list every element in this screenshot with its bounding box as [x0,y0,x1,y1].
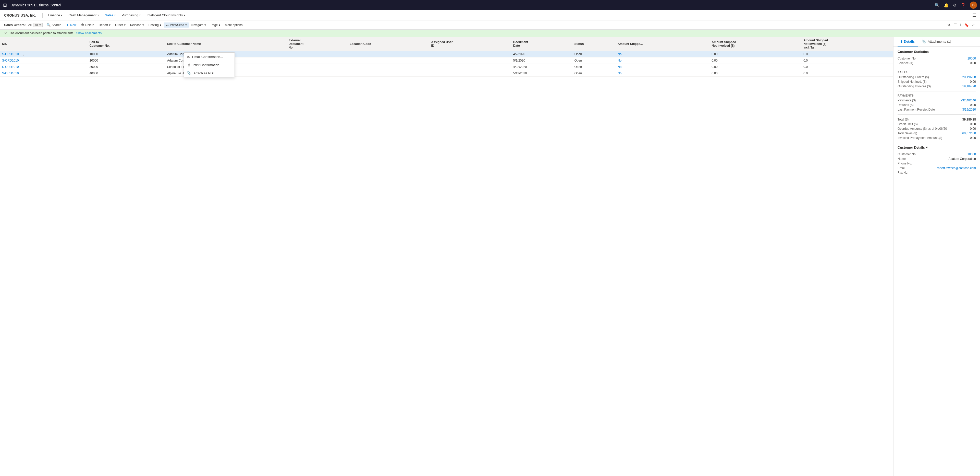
detail-cust-no-label: Customer No. [897,152,916,156]
row-context-menu-icon[interactable]: ⋮ [21,52,25,56]
table-cell[interactable]: S-ORD1010... [0,64,88,70]
col-doc-date[interactable]: DocumentDate [511,37,573,51]
nav-item-sales[interactable]: Sales ▾ [102,12,118,18]
last-payment-value[interactable]: 3/19/2020 [963,108,976,111]
col-amt-shipped-not-inv[interactable]: Amount ShippedNot Invoiced ($) [710,37,801,51]
chevron-down-icon: ▾ [115,14,116,17]
bell-icon[interactable]: 🔔 [944,3,949,8]
total-sales-value[interactable]: 60,672.80 [963,131,976,135]
nav-item-cash[interactable]: Cash Management ▾ [66,12,101,18]
print-icon: 🖨 [166,23,169,27]
help-icon[interactable]: ❓ [961,3,966,8]
page-button[interactable]: Page ▾ [208,22,222,27]
table-cell[interactable]: S-ORD1010... ⋮ [0,51,88,58]
settings-icon[interactable]: ⚙ [953,3,956,8]
posting-button[interactable]: Posting ▾ [146,22,163,27]
attach-as-pdf-item[interactable]: 📎 Attach as PDF... [184,69,234,77]
outstanding-orders-value[interactable]: 20,196.08 [963,75,976,79]
order-button[interactable]: Order ▾ [113,22,127,27]
page-label: Sales Orders: [4,23,26,27]
chevron-down-icon: ▾ [109,23,110,27]
stat-total: Total ($) 39,380.28 [897,117,976,122]
table-cell[interactable]: S-ORD1010... [0,70,88,77]
outstanding-invoices-value[interactable]: 19,184.20 [963,85,976,88]
nav-item-cloud[interactable]: Intelligent Cloud Insights ▾ [144,12,188,18]
search-icon[interactable]: 🔍 [935,3,940,8]
print-send-label: Print/Send [170,23,184,27]
detail-name-value: Adatum Corporation [948,157,976,161]
stat-cust-no-value[interactable]: 10000 [967,57,976,60]
detail-cust-no-value[interactable]: 10000 [967,152,976,156]
print-icon: 🖨 [187,63,191,67]
payments-value[interactable]: 232,482.46 [961,99,976,102]
customer-details-header[interactable]: Customer Details ▾ [897,145,976,149]
col-ext-doc[interactable]: ExternalDocumentNo. [286,37,348,51]
print-send-button[interactable]: 🖨 Print/Send ▾ [164,22,189,27]
total-value: 39,380.28 [963,118,976,121]
release-label: Release [130,23,142,27]
plus-icon: ＋ [66,23,69,27]
payments-section-title: PAYMENTS [897,94,976,97]
waffle-icon[interactable]: ⊞ [3,2,7,8]
shipped-not-inv-value: 0.00 [970,80,976,83]
table-row[interactable]: S-ORD1010...30000School of Fine Art4/22/… [0,64,893,70]
filter-label: All [28,23,32,27]
expand-icon[interactable]: ⤢ [971,22,976,28]
table-cell [348,58,429,64]
chevron-down-icon: ▾ [139,14,141,17]
col-amt-shipped[interactable]: Amount Shippe... [616,37,710,51]
stat-invoiced-prepay: Invoiced Prepayment Amount ($) 0.00 [897,136,976,140]
avatar[interactable]: IK [970,2,977,9]
filter-icon[interactable]: ⚗ [946,22,952,28]
col-user-id[interactable]: Assigned UserID [429,37,511,51]
nav-item-purchasing[interactable]: Purchasing ▾ [119,12,143,18]
table-cell[interactable]: S-ORD1010... [0,58,88,64]
chevron-down-icon: ▾ [142,23,144,27]
app-title: Dynamics 365 Business Central [11,3,932,7]
col-cust-no[interactable]: Sell-toCustomer No. [88,37,165,51]
divider [897,143,976,143]
nav-purchasing-label: Purchasing [122,13,138,17]
info-icon[interactable]: ℹ [959,22,963,28]
table-row[interactable]: S-ORD1010...10000Adatum Corporation5/1/2… [0,58,893,64]
filter-chip[interactable]: All ▾ [33,23,43,27]
print-confirmation-item[interactable]: 🖨 Print Confirmation... [184,61,234,69]
stat-last-payment: Last Payment Receipt Date 3/19/2020 [897,107,976,112]
hamburger-icon[interactable]: ☰ [972,13,976,18]
search-button[interactable]: 🔍 Search [45,22,63,27]
outstanding-invoices-label: Outstanding Invoices ($) [897,85,931,88]
detail-email-value[interactable]: robert.townes@contoso.com [937,166,976,170]
table-cell: 4/22/2020 [511,64,573,70]
delete-button[interactable]: 🗑 Delete [79,22,96,27]
report-button[interactable]: Report ▾ [97,22,113,27]
stat-refunds: Refunds ($) 0.00 [897,103,976,107]
tab-details[interactable]: ℹ Details [897,37,918,46]
tab-attachments[interactable]: 📎 Attachments (1) [919,37,954,46]
close-notification-button[interactable]: ✕ [4,31,7,35]
col-amt-shipped-incl[interactable]: Amount ShippedNot Invoiced ($)Incl. Ta..… [801,37,893,51]
col-loc-code[interactable]: Location Code [348,37,429,51]
col-cust-name[interactable]: Sell-to Customer Name [165,37,286,51]
col-status[interactable]: Status [573,37,616,51]
table-cell: No [616,51,710,58]
list-icon[interactable]: ☰ [953,22,958,28]
release-button[interactable]: Release ▾ [128,22,146,27]
print-confirmation-label: Print Confirmation... [192,63,222,67]
new-button[interactable]: ＋ New [64,22,78,28]
col-no[interactable]: No. ↑ [0,37,88,51]
table-row[interactable]: S-ORD1010...40000Alpine Ski House5/13/20… [0,70,893,77]
table-header-row: No. ↑ Sell-toCustomer No. Sell-to Custom… [0,37,893,51]
email-confirmation-item[interactable]: ✉ Email Confirmation... [184,53,234,61]
outstanding-orders-label: Outstanding Orders ($) [897,75,929,79]
bookmark-icon[interactable]: 🔖 [963,22,970,28]
navigate-button[interactable]: Navigate ▾ [189,22,208,27]
overdue-value: 0.00 [970,127,976,131]
total-label: Total ($) [897,118,908,121]
chevron-down-icon: ▾ [160,23,161,27]
table-cell [348,70,429,77]
more-options-button[interactable]: More options [223,22,245,27]
table-row[interactable]: S-ORD1010... ⋮10000Adatum Corporation4/2… [0,51,893,58]
nav-bar: CRONUS USA, Inc. Finance ▾ Cash Manageme… [0,10,980,21]
nav-item-finance[interactable]: Finance ▾ [46,12,65,18]
show-attachments-link[interactable]: Show Attachments [76,31,102,35]
